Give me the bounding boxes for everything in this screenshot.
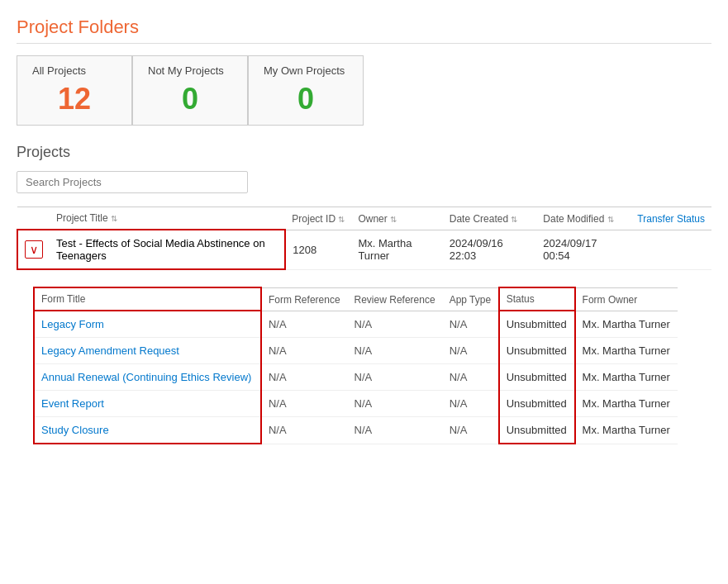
sort-icon-title[interactable]: ⇅ <box>111 214 117 223</box>
th-form-ref: Form Reference <box>261 287 348 311</box>
section-title-projects: Projects <box>17 144 711 161</box>
form-status-cell: Unsubmitted <box>499 311 575 338</box>
form-row: Study ClosureN/AN/AN/AUnsubmittedMx. Mar… <box>34 417 678 444</box>
sort-icon-date-created[interactable]: ⇅ <box>511 215 517 224</box>
folder-label-not-mine: Not My Projects <box>148 64 232 77</box>
forms-section: Form Title Form Reference Review Referen… <box>33 287 711 444</box>
expand-button[interactable]: ∨ <box>25 240 43 259</box>
project-owner-cell: Mx. Martha Turner <box>351 230 442 269</box>
th-form-title: Form Title <box>34 287 261 311</box>
form-title-cell: Event Report <box>34 391 261 417</box>
th-form-owner: Form Owner <box>575 287 678 311</box>
search-input[interactable] <box>17 171 248 193</box>
form-app-type-cell: N/A <box>443 338 499 364</box>
page-title: Project Folders <box>17 17 711 44</box>
form-row: Legacy FormN/AN/AN/AUnsubmittedMx. Marth… <box>34 311 678 338</box>
folder-card-not-mine[interactable]: Not My Projects 0 <box>132 55 248 126</box>
form-app-type-cell: N/A <box>443 391 499 417</box>
form-form-ref-cell: N/A <box>261 311 348 338</box>
form-form-ref-cell: N/A <box>261 338 348 364</box>
th-owner[interactable]: Owner ⇅ <box>351 207 442 230</box>
th-expand <box>17 207 50 230</box>
th-app-type: App Type <box>443 287 499 311</box>
th-date-created[interactable]: Date Created ⇅ <box>443 207 537 230</box>
th-transfer-status[interactable]: Transfer Status <box>630 207 711 230</box>
th-status: Status <box>499 287 575 311</box>
folder-card-all[interactable]: All Projects 12 <box>17 55 132 126</box>
form-app-type-cell: N/A <box>443 311 499 338</box>
form-row: Legacy Amendment RequestN/AN/AN/AUnsubmi… <box>34 338 678 364</box>
form-form-ref-cell: N/A <box>261 391 348 417</box>
sort-icon-date-modified[interactable]: ⇅ <box>607 215 614 224</box>
project-title-cell: Test - Effects of Social Media Abstinenc… <box>50 230 285 269</box>
form-title-link[interactable]: Event Report <box>41 397 104 410</box>
form-review-ref-cell: N/A <box>348 364 443 391</box>
folder-cards: All Projects 12 Not My Projects 0 My Own… <box>17 55 711 126</box>
form-owner-cell: Mx. Martha Turner <box>575 338 678 364</box>
project-transfer-status-cell <box>630 230 711 269</box>
form-owner-cell: Mx. Martha Turner <box>575 364 678 391</box>
form-review-ref-cell: N/A <box>348 417 443 444</box>
folder-card-own[interactable]: My Own Projects 0 <box>248 55 364 126</box>
form-title-cell: Legacy Form <box>34 311 261 338</box>
folder-label-all: All Projects <box>32 64 117 77</box>
form-title-link[interactable]: Study Closure <box>41 424 109 436</box>
form-status-cell: Unsubmitted <box>499 417 575 444</box>
forms-table: Form Title Form Reference Review Referen… <box>33 287 678 444</box>
form-status-cell: Unsubmitted <box>499 338 575 364</box>
form-row: Event ReportN/AN/AN/AUnsubmittedMx. Mart… <box>34 391 678 417</box>
expand-cell: ∨ <box>17 230 50 269</box>
form-status-cell: Unsubmitted <box>499 364 575 391</box>
form-owner-cell: Mx. Martha Turner <box>575 311 678 338</box>
form-owner-cell: Mx. Martha Turner <box>575 391 678 417</box>
form-app-type-cell: N/A <box>443 364 499 391</box>
project-date-modified-cell: 2024/09/17 00:54 <box>536 230 630 269</box>
th-date-modified[interactable]: Date Modified ⇅ <box>536 207 630 230</box>
project-title-link[interactable]: Test - Effects of Social Media Abstinenc… <box>56 237 265 262</box>
form-row: Annual Renewal (Continuing Ethics Review… <box>34 364 678 391</box>
form-owner-cell: Mx. Martha Turner <box>575 417 678 444</box>
th-review-ref: Review Reference <box>348 287 443 311</box>
sort-icon-owner[interactable]: ⇅ <box>390 215 397 224</box>
folder-count-all: 12 <box>32 82 117 116</box>
form-title-cell: Legacy Amendment Request <box>34 338 261 364</box>
th-project-title[interactable]: Project Title ⇅ <box>50 207 285 230</box>
form-title-link[interactable]: Annual Renewal (Continuing Ethics Review… <box>41 371 251 383</box>
sort-icon-id[interactable]: ⇅ <box>338 215 345 224</box>
folder-label-own: My Own Projects <box>264 64 348 77</box>
folder-count-not-mine: 0 <box>148 82 232 116</box>
project-date-created-cell: 2024/09/16 22:03 <box>443 230 537 269</box>
form-title-link[interactable]: Legacy Form <box>41 318 104 330</box>
projects-table: Project Title ⇅ Project ID ⇅ Owner ⇅ Dat… <box>17 207 711 270</box>
folder-count-own: 0 <box>264 82 348 116</box>
form-title-cell: Study Closure <box>34 417 261 444</box>
project-id-cell: 1208 <box>285 230 351 269</box>
form-title-link[interactable]: Legacy Amendment Request <box>41 344 179 357</box>
form-status-cell: Unsubmitted <box>499 391 575 417</box>
form-review-ref-cell: N/A <box>348 311 443 338</box>
form-review-ref-cell: N/A <box>348 391 443 417</box>
form-title-cell: Annual Renewal (Continuing Ethics Review… <box>34 364 261 391</box>
form-review-ref-cell: N/A <box>348 338 443 364</box>
form-form-ref-cell: N/A <box>261 417 348 444</box>
form-form-ref-cell: N/A <box>261 364 348 391</box>
form-app-type-cell: N/A <box>443 417 499 444</box>
project-row: ∨ Test - Effects of Social Media Abstine… <box>17 230 711 269</box>
th-project-id[interactable]: Project ID ⇅ <box>285 207 351 230</box>
